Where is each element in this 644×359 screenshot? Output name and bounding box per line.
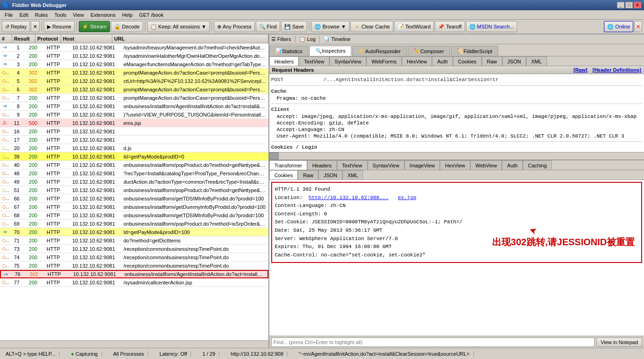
msdnsearch-button[interactable]: 🌐 MSDN Search... bbox=[466, 21, 517, 32]
req-tab-syntaxview[interactable]: SyntaxView bbox=[329, 56, 366, 66]
find-input[interactable] bbox=[271, 338, 595, 347]
resp-tab-hexview[interactable]: HexView bbox=[440, 160, 470, 170]
window-controls[interactable]: _ □ ✕ bbox=[617, 2, 641, 8]
table-row[interactable]: ⚠ 11 500 HTTP 10.132.10.62:9081 ems.jsp bbox=[0, 119, 268, 127]
table-row[interactable]: ◇◇ 71 200 HTTP 10.132.10.62:9081 do?meth… bbox=[0, 236, 268, 245]
tab-statistics[interactable]: 📊 Statistics bbox=[269, 46, 308, 56]
table-row[interactable]: ◇◇ 74 200 HTTP 10.132.10.62:9081 /recept… bbox=[0, 253, 268, 262]
online-button[interactable]: 🌐 Online bbox=[604, 21, 633, 32]
view-in-notepad-button[interactable]: View in Notepad bbox=[596, 338, 642, 347]
table-row[interactable]: ◇◇ 6 302 HTTP 10.132.10.62:9081 promptMa… bbox=[0, 85, 268, 94]
table-row[interactable]: ◇◇ 68 200 HTTP 10.132.10.62:9081 onbusin… bbox=[0, 211, 268, 220]
table-row[interactable]: ◇◇ 40 200 HTTP 10.132.10.62:9081 onbusin… bbox=[0, 161, 268, 169]
cookie-tab-cookies[interactable]: Cookies bbox=[269, 170, 298, 180]
table-row[interactable]: ◇◇ 66 200 HTTP 10.132.10.62:9081 onbusin… bbox=[0, 194, 268, 203]
table-row[interactable]: ◇◇ 67 200 HTTP 10.132.10.62:9081 onbusin… bbox=[0, 203, 268, 211]
table-row[interactable]: ⇒ 1 200 HTTP 10.132.10.62:9081 /sysadmin… bbox=[0, 43, 268, 52]
textwizard-button[interactable]: 📝 TextWizard bbox=[394, 21, 434, 32]
tab-composer[interactable]: ✏️ Composer bbox=[408, 46, 450, 56]
menu-view[interactable]: View bbox=[70, 12, 87, 18]
req-tab-headers[interactable]: Headers bbox=[269, 56, 299, 66]
find-icon: 🔍 bbox=[259, 24, 266, 30]
req-tab-auth[interactable]: Auth bbox=[432, 56, 453, 66]
table-row[interactable]: ◇◇ 75 200 HTTP 10.132.10.62:9081 /recept… bbox=[0, 262, 268, 270]
x-button[interactable]: ✕ bbox=[31, 21, 40, 32]
cookie-tab-raw[interactable]: Raw bbox=[298, 170, 318, 180]
table-row[interactable]: JS 20 200 HTTP 10.132.10.62:9081 d.js bbox=[0, 144, 268, 152]
maximize-button[interactable]: □ bbox=[625, 2, 633, 8]
menu-rules[interactable]: Rules bbox=[32, 12, 51, 18]
menu-help[interactable]: Help bbox=[119, 12, 136, 18]
table-row[interactable]: ◇◇ 69 200 HTTP 10.132.10.62:9081 onbusin… bbox=[0, 220, 268, 228]
decode-button[interactable]: 🔓 Decode bbox=[111, 21, 143, 32]
h-scrollbar[interactable] bbox=[0, 340, 268, 348]
cookie-tab-json[interactable]: JSON bbox=[318, 170, 342, 180]
table-row[interactable]: ⇒ 76 302 HTTP 10.132.10.62:9081 onbusine… bbox=[0, 270, 268, 278]
header-defs-link[interactable]: [Header Definitions] bbox=[592, 67, 641, 73]
resp-tab-auth[interactable]: Auth bbox=[502, 160, 523, 170]
table-row[interactable]: ◇◇ 49 200 HTTP 10.132.10.62:9081 ductAct… bbox=[0, 178, 268, 186]
timeline-button[interactable]: 📊 Timeline bbox=[323, 36, 350, 42]
tab-fiddlerscript[interactable]: 📜 FiddlerScript bbox=[451, 46, 499, 56]
req-tab-cookies[interactable]: Cookies bbox=[453, 56, 482, 66]
disconnect-button[interactable]: ✕ bbox=[634, 21, 642, 32]
table-row[interactable]: ◇◇ 17 200 HTTP 10.132.10.62:9081 bbox=[0, 136, 268, 144]
req-tab-xml[interactable]: XML bbox=[526, 56, 547, 66]
menu-getbook[interactable]: GET /book bbox=[137, 12, 166, 18]
table-row[interactable]: ⇒ 2 200 HTTP 10.132.10.62:9081 /sysadmin… bbox=[0, 52, 268, 60]
table-row[interactable]: ◇◇ 9 200 HTTP 10.132.10.62:9081 )?useId=… bbox=[0, 110, 268, 119]
save-button[interactable]: 💾 Save bbox=[281, 21, 307, 32]
raw-link[interactable]: [Raw] bbox=[573, 67, 587, 73]
table-row[interactable]: ◇◇ 4 302 HTTP 10.132.10.62:9081 promptMa… bbox=[0, 69, 268, 77]
resp-tab-headers[interactable]: Headers bbox=[307, 160, 337, 170]
table-row[interactable]: ◇◇ 7 200 HTTP 10.132.10.62:9081 promptMa… bbox=[0, 94, 268, 102]
req-hscroll[interactable] bbox=[269, 152, 644, 159]
resp-tab-imageview[interactable]: ImageView bbox=[404, 160, 440, 170]
table-row[interactable]: ⇒ 8 200 HTTP 10.132.10.62:9081 onbusines… bbox=[0, 102, 268, 110]
table-row[interactable]: ⇒ 70 200 HTTP 10.132.10.62:9081 Id=getPa… bbox=[0, 228, 268, 236]
table-row[interactable]: ⇒ 3 200 HTTP 10.132.10.62:9081 eManager/… bbox=[0, 60, 268, 69]
tearoff-button[interactable]: 📌 Tearoff bbox=[435, 21, 465, 32]
filters-button[interactable]: ☰ Filters bbox=[271, 36, 291, 42]
any-process-button[interactable]: ⊕ Any Process bbox=[214, 21, 255, 32]
menu-edit[interactable]: Edit bbox=[17, 12, 31, 18]
req-tab-json[interactable]: JSON bbox=[502, 56, 526, 66]
table-row[interactable]: ◇◇ 73 200 HTTP 10.132.10.62:9081 /recept… bbox=[0, 245, 268, 253]
location-link1[interactable]: http://10.132.10.62:908... bbox=[308, 195, 389, 200]
resp-tab-caching[interactable]: Caching bbox=[523, 160, 552, 170]
table-row[interactable]: ◇◇ 16 200 HTTP 10.132.10.62:9081 bbox=[0, 127, 268, 136]
find-button[interactable]: 🔍 Find bbox=[256, 21, 280, 32]
row-num: 20 bbox=[9, 145, 21, 152]
table-row[interactable]: JS 51 200 HTTP 10.132.10.62:9081 onbusin… bbox=[0, 186, 268, 194]
stream-button[interactable]: ⚡ Stream bbox=[79, 21, 110, 32]
resp-tab-syntaxview[interactable]: SyntaxView bbox=[368, 160, 404, 170]
menu-extensions[interactable]: Extensions bbox=[88, 12, 118, 18]
capturing-indicator: ● Capturing bbox=[67, 351, 102, 357]
tab-inspectors[interactable]: 🔍 Inspectors bbox=[309, 46, 352, 56]
keep-sessions-button[interactable]: 📋 Keep: All sessions ▼ bbox=[147, 21, 210, 32]
req-tab-hexview[interactable]: HexView bbox=[402, 56, 432, 66]
req-tab-webforms[interactable]: WebForms bbox=[366, 56, 402, 66]
menu-file[interactable]: File bbox=[2, 12, 16, 18]
browse-button[interactable]: 🌐 Browse ▼ bbox=[311, 21, 349, 32]
table-row[interactable]: ◇◇ 5 302 HTTP 10.132.10.62:9081 ctUrl=ht… bbox=[0, 77, 268, 85]
resp-tab-webview[interactable]: WebView bbox=[470, 160, 502, 170]
clearcache-button[interactable]: 🔸 Clear Cache bbox=[350, 21, 393, 32]
table-row[interactable]: ◇◇ 48 200 HTTP 10.132.10.62:9081 ?recTyp… bbox=[0, 169, 268, 178]
close-button[interactable]: ✕ bbox=[634, 2, 641, 8]
row-icon: ◇◇ bbox=[0, 254, 9, 261]
resume-button[interactable]: ▶ Resume bbox=[44, 21, 75, 32]
minimize-button[interactable]: _ bbox=[617, 2, 624, 8]
table-row[interactable]: ◇◇ 77 200 HTTP 10.132.10.62:9081 /sysadm… bbox=[0, 278, 268, 287]
resp-tab-transformer[interactable]: Transformer bbox=[269, 160, 308, 170]
resp-tab-textview[interactable]: TextView bbox=[337, 160, 368, 170]
req-tab-textview[interactable]: TextView bbox=[299, 56, 329, 66]
log-button[interactable]: 📋 Log bbox=[299, 36, 315, 42]
req-tab-raw[interactable]: Raw bbox=[482, 56, 502, 66]
tab-autoresponder[interactable]: ⚡ AutoResponder bbox=[352, 46, 406, 56]
menu-tools[interactable]: Tools bbox=[52, 12, 69, 18]
cookie-tab-xml[interactable]: XML bbox=[343, 170, 363, 180]
location-link2[interactable]: ex.jsp bbox=[398, 195, 417, 200]
replay-button[interactable]: ↺ Replay bbox=[2, 21, 30, 32]
table-row[interactable]: JS 39 200 HTTP 10.132.10.62:9081 Id=getP… bbox=[0, 152, 268, 161]
